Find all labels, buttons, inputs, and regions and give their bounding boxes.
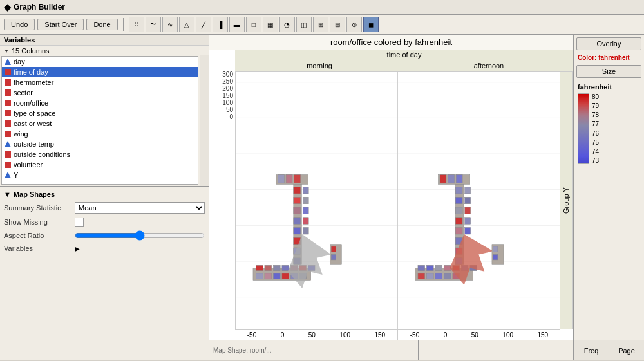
map-shapes-expand-icon[interactable]: ▼ — [4, 190, 11, 198]
map-icon[interactable]: ◫ — [296, 17, 312, 32]
svg-rect-37 — [278, 175, 285, 183]
variables-row: Variables ▶ — [4, 245, 205, 252]
var-name: type of space — [14, 109, 55, 117]
variable-item-Y[interactable]: Y — [2, 170, 198, 180]
show-missing-label: Show Missing — [4, 218, 75, 226]
legend-77: 77 — [592, 120, 599, 127]
svg-rect-74 — [456, 175, 462, 183]
svg-rect-60 — [455, 207, 462, 214]
svg-rect-53 — [426, 273, 433, 279]
variable-item-east-or-west[interactable]: east or west — [2, 118, 198, 129]
heat-icon[interactable]: ▦ — [263, 17, 278, 32]
var-type-icon — [5, 131, 11, 137]
variable-item-type-of-space[interactable]: type of space — [2, 108, 198, 118]
var-name: thermometer — [14, 79, 53, 86]
y-tick-100: 100 — [222, 99, 233, 106]
size-button[interactable]: Size — [576, 65, 641, 78]
var-type-icon — [5, 79, 11, 86]
map-shapes-label: Map Shapes — [14, 190, 55, 198]
variable-item-thermometer[interactable]: thermometer — [2, 77, 198, 88]
undo-button[interactable]: Undo — [4, 19, 35, 30]
bottom-right: Freq Page — [573, 340, 644, 360]
legend-80: 80 — [592, 93, 599, 100]
x-tick-afternoon-0: 0 — [444, 331, 448, 338]
bottom-bar: Map Shape: room/... Freq Page — [209, 340, 644, 360]
active-icon[interactable]: ◼ — [363, 17, 379, 32]
variable-item-outside-conditions[interactable]: outside conditions — [2, 149, 198, 160]
line-chart-icon[interactable]: 〜 — [146, 17, 161, 32]
variable-item-wing[interactable]: wing — [2, 129, 198, 139]
var-type-icon — [5, 120, 11, 127]
smooth-icon[interactable]: ∿ — [162, 17, 178, 32]
legend: fahrenheit 80 79 78 77 76 75 74 73 — [574, 80, 644, 167]
variable-item-outside-temp[interactable]: outside temp — [2, 139, 198, 149]
start-over-button[interactable]: Start Over — [37, 19, 84, 30]
var-name: wing — [14, 130, 28, 138]
aspect-ratio-slider[interactable] — [75, 230, 205, 241]
svg-rect-12 — [282, 265, 289, 270]
variable-item-time-of-day[interactable]: time of day — [2, 67, 198, 77]
bottom-left: Map Shape: room/... — [209, 340, 419, 360]
var-type-icon — [5, 100, 11, 106]
show-missing-row: Show Missing — [4, 218, 205, 227]
svg-rect-17 — [265, 273, 272, 279]
svg-rect-69 — [465, 218, 471, 225]
x-tick-morning-0: 0 — [281, 331, 285, 338]
variable-item-room/office[interactable]: room/office — [2, 98, 198, 108]
variable-item-day[interactable]: day — [2, 57, 198, 67]
svg-rect-10 — [265, 265, 272, 270]
svg-rect-35 — [303, 228, 308, 235]
var-name: room/office — [14, 99, 48, 107]
var-name: day — [14, 58, 25, 66]
overlay-button[interactable]: Overlay — [576, 37, 641, 50]
summary-statistic-select[interactable]: Mean — [75, 202, 205, 214]
settings-icon[interactable]: ⊙ — [346, 17, 362, 32]
variable-item-sector[interactable]: sector — [2, 88, 198, 98]
bottom-chart — [419, 340, 573, 360]
area-icon[interactable]: △ — [179, 17, 194, 32]
chart-subtitle: time of day — [235, 50, 573, 60]
y-tick-0: 0 — [229, 113, 233, 120]
variable-list[interactable]: daytime of daythermometersectorroom/offi… — [1, 56, 198, 185]
svg-rect-78 — [493, 255, 498, 260]
variable-item-volunteer[interactable]: volunteer — [2, 160, 198, 170]
done-button[interactable]: Done — [86, 19, 117, 30]
scrollbar[interactable] — [200, 55, 209, 186]
treemap-icon[interactable]: ⊞ — [313, 17, 328, 32]
box-icon[interactable]: □ — [246, 17, 261, 32]
expand-icon[interactable]: ▼ — [4, 48, 9, 54]
afternoon-label: afternoon — [404, 60, 573, 71]
svg-rect-34 — [303, 218, 308, 225]
legend-76: 76 — [592, 130, 599, 137]
line2-icon[interactable]: ╱ — [196, 17, 211, 32]
var-type-icon — [5, 151, 11, 158]
pie-icon[interactable]: ◔ — [279, 17, 295, 32]
svg-rect-66 — [465, 187, 471, 194]
y-tick-300: 300 — [222, 71, 233, 78]
left-panel: Variables ▼ 15 Columns daytime of daythe… — [0, 35, 209, 360]
svg-rect-72 — [440, 175, 446, 183]
svg-rect-26 — [294, 218, 301, 225]
svg-rect-11 — [273, 265, 280, 270]
svg-rect-23 — [294, 187, 301, 194]
bar-icon[interactable]: ▐ — [213, 17, 228, 32]
svg-rect-31 — [303, 187, 308, 194]
legend-78: 78 — [592, 111, 599, 118]
svg-rect-33 — [303, 207, 308, 214]
y-tick-250: 250 — [222, 78, 233, 85]
svg-rect-16 — [256, 273, 263, 279]
table-icon[interactable]: ⊟ — [330, 17, 345, 32]
hist-icon[interactable]: ▬ — [229, 17, 245, 32]
var-type-icon — [5, 110, 11, 116]
variables-arrow-icon[interactable]: ▶ — [75, 245, 80, 252]
map-shapes-header: ▼ Map Shapes — [4, 190, 205, 198]
aspect-ratio-label: Aspect Ratio — [4, 232, 75, 239]
svg-rect-73 — [448, 175, 455, 183]
page-button[interactable]: Page — [609, 340, 644, 360]
freq-button[interactable]: Freq — [574, 340, 609, 360]
show-missing-checkbox[interactable] — [75, 218, 84, 227]
y-tick-150: 150 — [222, 92, 233, 99]
scatter-icon[interactable]: ⠿ — [129, 17, 144, 32]
legend-gradient — [578, 93, 589, 164]
main-layout: Variables ▼ 15 Columns daytime of daythe… — [0, 35, 644, 360]
